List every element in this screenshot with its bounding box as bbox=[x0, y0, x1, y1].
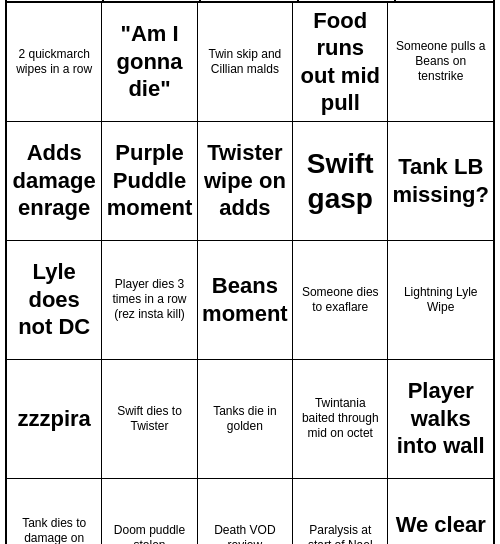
bingo-cell[interactable]: Twin skip and Cillian malds bbox=[198, 3, 293, 122]
bingo-cell[interactable]: Adds damage enrage bbox=[7, 122, 102, 241]
bingo-cell[interactable]: Tank LB missing? bbox=[388, 122, 493, 241]
bingo-cell[interactable]: Player walks into wall bbox=[388, 360, 493, 479]
bingo-cell[interactable]: Someone pulls a Beans on tenstrike bbox=[388, 3, 493, 122]
bingo-cell[interactable]: Tank dies to damage on adds bbox=[7, 479, 102, 544]
bingo-cell[interactable]: Food runs out mid pull bbox=[293, 3, 388, 122]
bingo-cell[interactable]: Someone dies to exaflare bbox=[293, 241, 388, 360]
bingo-cell[interactable]: Purple Puddle moment bbox=[102, 122, 197, 241]
letter-n: N bbox=[201, 0, 298, 1]
bingo-cell[interactable]: Tanks die in golden bbox=[198, 360, 293, 479]
bingo-cell[interactable]: Twintania baited through mid on octet bbox=[293, 360, 388, 479]
letter-o: O bbox=[396, 0, 493, 1]
bingo-cell[interactable]: "Am I gonna die" bbox=[102, 3, 197, 122]
bingo-cell[interactable]: Lightning Lyle Wipe bbox=[388, 241, 493, 360]
bingo-cell[interactable]: Lyle does not DC bbox=[7, 241, 102, 360]
letter-g: G bbox=[299, 0, 396, 1]
bingo-cell[interactable]: Paralysis at start of Nael bbox=[293, 479, 388, 544]
bingo-cell[interactable]: Doom puddle stolen bbox=[102, 479, 197, 544]
letter-b: B bbox=[7, 0, 104, 1]
bingo-cell[interactable]: Beans moment bbox=[198, 241, 293, 360]
bingo-cell[interactable]: Player dies 3 times in a row (rez insta … bbox=[102, 241, 197, 360]
letter-i: I bbox=[104, 0, 201, 1]
bingo-cell[interactable]: Death VOD review bbox=[198, 479, 293, 544]
bingo-cell[interactable]: Swift dies to Twister bbox=[102, 360, 197, 479]
bingo-cell[interactable]: Twister wipe on adds bbox=[198, 122, 293, 241]
bingo-grid: 2 quickmarch wipes in a row"Am I gonna d… bbox=[7, 3, 493, 544]
bingo-cell[interactable]: We clear UCOB bbox=[388, 479, 493, 544]
bingo-cell[interactable]: Swift gasp bbox=[293, 122, 388, 241]
bingo-cell[interactable]: zzzpira bbox=[7, 360, 102, 479]
bingo-cell[interactable]: 2 quickmarch wipes in a row bbox=[7, 3, 102, 122]
bingo-card: B I N G O 2 quickmarch wipes in a row"Am… bbox=[5, 0, 495, 544]
